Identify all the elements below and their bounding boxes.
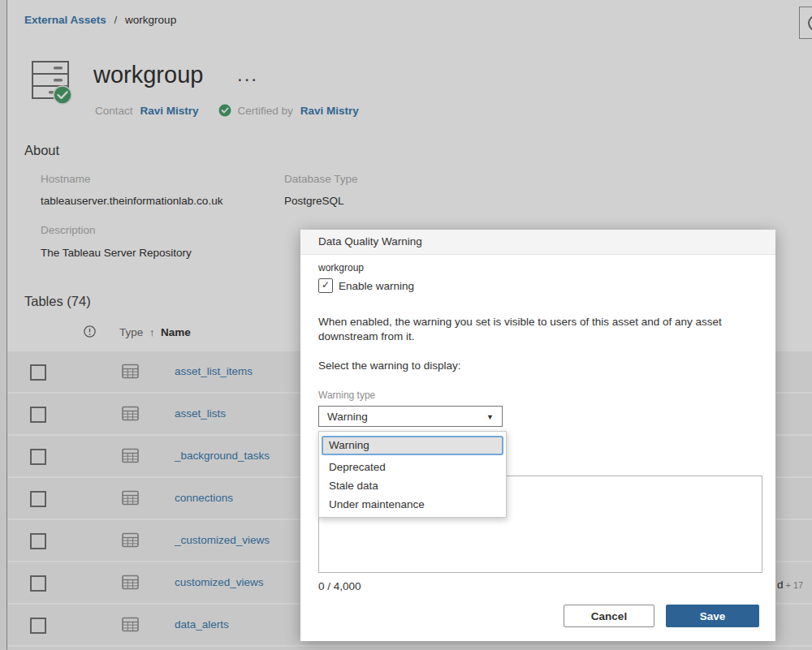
option-deprecated[interactable]: Deprecated (319, 458, 506, 476)
modal-buttons: Cancel Save (564, 605, 759, 627)
option-warning[interactable]: Warning (322, 436, 503, 455)
warning-type-label: Warning type (318, 390, 375, 401)
save-button[interactable]: Save (666, 605, 759, 627)
warning-type-options-list: Warning Deprecated Stale data Under main… (318, 431, 507, 518)
app-window: External Assets / workgroup workgroup ..… (0, 0, 812, 650)
warning-type-dropdown[interactable]: Warning ▼ (318, 406, 503, 427)
enable-warning-checkbox[interactable]: ✓ (318, 278, 333, 293)
warning-description-text: When enabled, the warning you set is vis… (318, 315, 761, 344)
option-under-maintenance[interactable]: Under maintenance (319, 495, 506, 514)
character-counter: 0 / 4,000 (318, 580, 361, 592)
modal-asset-name: workgroup (318, 262, 364, 273)
enable-warning-label: Enable warning (339, 280, 414, 292)
select-warning-prompt: Select the warning to display: (318, 359, 461, 372)
modal-title: Data Quality Warning (300, 230, 775, 255)
dropdown-caret-icon: ▼ (486, 407, 494, 428)
cancel-button[interactable]: Cancel (564, 605, 654, 627)
data-quality-warning-modal: Data Quality Warning workgroup ✓ Enable … (300, 230, 775, 641)
warning-type-selected-value: Warning (327, 411, 368, 423)
option-stale-data[interactable]: Stale data (319, 476, 506, 495)
